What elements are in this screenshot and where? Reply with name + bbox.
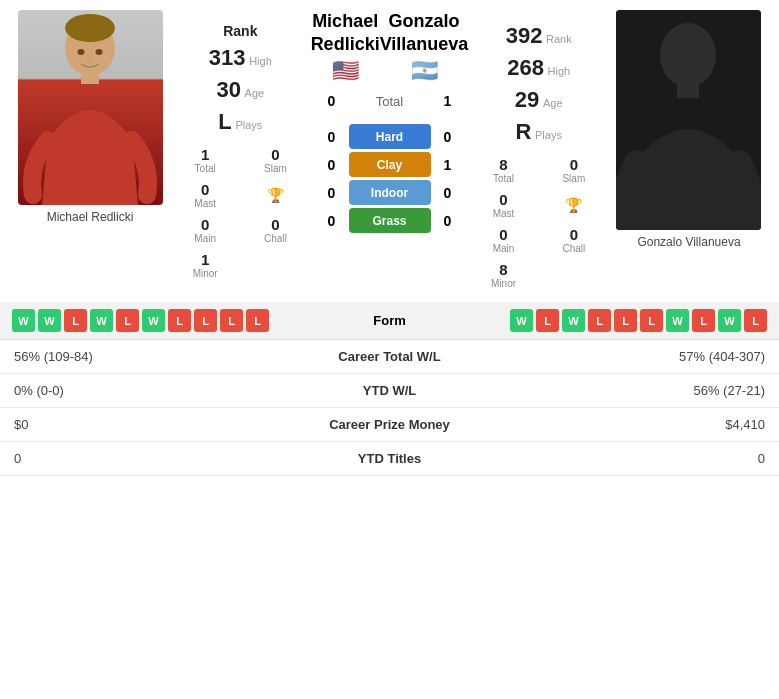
main-container: Michael Redlicki Rank 313 High 30 Age L …: [0, 0, 779, 476]
right-form-badge-w: W: [666, 309, 689, 332]
stats-row-2-left: $0: [14, 417, 300, 432]
stats-row-3-right: 0: [480, 451, 766, 466]
right-age-stat: 29 Age: [515, 87, 563, 113]
left-stat-mast: 0 Mast: [170, 178, 240, 212]
left-form-badge-l: L: [246, 309, 269, 332]
right-minor-value: 8: [470, 261, 536, 278]
stats-row-2-right: $4,410: [480, 417, 766, 432]
right-player-photo: [616, 10, 761, 230]
left-total-value: 1: [172, 146, 238, 163]
total-row: 0 Total 1: [323, 93, 457, 109]
right-flag: 🇦🇷: [380, 58, 469, 84]
left-rank-stat: Rank: [223, 23, 257, 39]
left-age-stat: 30 Age: [216, 77, 264, 103]
left-slam-label: Slam: [242, 163, 308, 174]
right-mast-label: Mast: [470, 208, 536, 219]
right-trophy-icon: 🏆: [565, 197, 582, 213]
right-plays-value: R: [515, 119, 531, 144]
left-high-stat: 313 High: [209, 45, 272, 71]
total-right-score: 1: [439, 93, 457, 109]
right-plays-stat: R Plays: [515, 119, 561, 145]
left-trophy-icon-cell: 🏆: [240, 178, 310, 212]
left-stat-chall: 0 Chall: [240, 213, 310, 247]
surface-indoor-row: 0 Indoor 0: [311, 180, 469, 205]
total-left-score: 0: [323, 93, 341, 109]
left-player-photo: [18, 10, 163, 205]
svg-point-5: [95, 49, 102, 55]
right-minor-label: Minor: [470, 278, 536, 289]
left-stat-main: 0 Main: [170, 213, 240, 247]
left-main-value: 0: [172, 216, 238, 233]
left-form-badge-l: L: [168, 309, 191, 332]
right-age-label: Age: [543, 97, 563, 109]
surface-grass-badge: Grass: [349, 208, 431, 233]
form-section: WWLWLWLLLL Form WLWLLLWLWL: [0, 302, 779, 340]
right-form-badge-w: W: [562, 309, 585, 332]
right-name-line2: Villanueva: [380, 34, 469, 54]
stats-section: 56% (109-84)Career Total W/L57% (404-307…: [0, 340, 779, 476]
left-form-badge-l: L: [64, 309, 87, 332]
surface-indoor-badge: Indoor: [349, 180, 431, 205]
stats-row-2-label: Career Prize Money: [300, 417, 480, 432]
left-center-name: Michael Redlicki: [311, 10, 380, 55]
stats-row-1-left: 0% (0-0): [14, 383, 300, 398]
stats-row-3-left: 0: [14, 451, 300, 466]
right-chall-value: 0: [541, 226, 607, 243]
right-high-stat: 268 High: [507, 55, 570, 81]
left-chall-label: Chall: [242, 233, 308, 244]
left-age-label: Age: [245, 87, 265, 99]
right-stat-chall: 0 Chall: [539, 223, 609, 257]
grass-left-score: 0: [323, 213, 341, 229]
svg-point-7: [660, 23, 716, 87]
right-stat-main: 0 Main: [468, 223, 538, 257]
stats-row-1-label: YTD W/L: [300, 383, 480, 398]
hard-right-score: 0: [439, 129, 457, 145]
stats-row-3: 0YTD Titles0: [0, 442, 779, 476]
right-slam-label: Slam: [541, 173, 607, 184]
right-stat-minor: 8 Minor: [468, 258, 538, 292]
indoor-left-score: 0: [323, 185, 341, 201]
left-mast-label: Mast: [172, 198, 238, 209]
surface-hard-badge: Hard: [349, 124, 431, 149]
surface-table: 0 Hard 0 0 Clay 1 0 Indoor 0 0 Grass: [311, 121, 469, 236]
left-trophy-icon: 🏆: [267, 187, 284, 203]
right-trophy-icon-cell: 🏆: [539, 188, 609, 222]
left-stat-slam: 0 Slam: [240, 143, 310, 177]
right-main-label: Main: [470, 243, 536, 254]
stats-row-0-left: 56% (109-84): [14, 349, 300, 364]
right-form-badge-l: L: [640, 309, 663, 332]
right-player-photo-col: Gonzalo Villanueva: [609, 10, 769, 292]
stats-row-3-label: YTD Titles: [300, 451, 480, 466]
svg-point-2: [65, 14, 115, 42]
right-player-stats: 392 Rank 268 High 29 Age R Plays 8 Total: [468, 10, 609, 292]
right-form-badge-w: W: [718, 309, 741, 332]
left-main-label: Main: [172, 233, 238, 244]
right-age-value: 29: [515, 87, 539, 112]
left-age-value: 30: [216, 77, 240, 102]
right-total-label: Total: [470, 173, 536, 184]
left-plays-label: Plays: [235, 119, 262, 131]
right-main-value: 0: [470, 226, 536, 243]
left-minor-label: Minor: [172, 268, 238, 279]
stats-row-1: 0% (0-0)YTD W/L56% (27-21): [0, 374, 779, 408]
surface-clay-row: 0 Clay 1: [311, 152, 469, 177]
left-form-badge-l: L: [220, 309, 243, 332]
left-form-badge-l: L: [194, 309, 217, 332]
left-form-badge-w: W: [12, 309, 35, 332]
left-name-line1: Michael: [312, 11, 378, 31]
right-player-stats-grid: 8 Total 0 Slam 0 Mast 🏆 0 Main: [468, 153, 609, 292]
clay-left-score: 0: [323, 157, 341, 173]
left-player-name-label: Michael Redlicki: [47, 210, 134, 224]
svg-rect-8: [677, 82, 699, 98]
right-form-badges: WLWLLLWLWL: [440, 309, 768, 332]
stats-row-0-label: Career Total W/L: [300, 349, 480, 364]
left-plays-value: L: [218, 109, 231, 134]
surface-hard-row: 0 Hard 0: [311, 124, 469, 149]
right-mast-value: 0: [470, 191, 536, 208]
left-name-line2: Redlicki: [311, 34, 380, 54]
left-player-photo-col: Michael Redlicki: [10, 10, 170, 292]
players-comparison: Michael Redlicki Rank 313 High 30 Age L …: [0, 0, 779, 302]
stats-row-0-right: 57% (404-307): [480, 349, 766, 364]
left-chall-value: 0: [242, 216, 308, 233]
right-form-badge-l: L: [744, 309, 767, 332]
